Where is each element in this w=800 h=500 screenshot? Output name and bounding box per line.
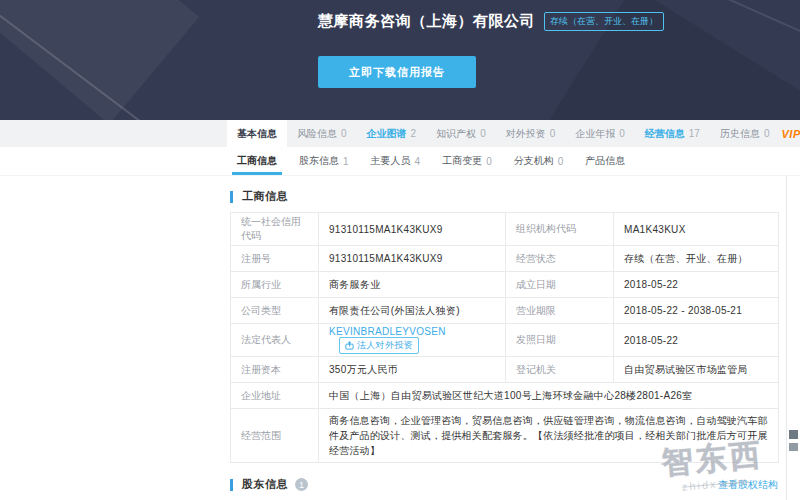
shareholder-count-badge: 1 <box>295 478 308 491</box>
sub-tab-label: 工商信息 <box>237 154 277 168</box>
field-label: 经营状态 <box>506 246 614 272</box>
table-row: 统一社会信用代码91310115MA1K43KUX9组织机构代码MA1K43KU… <box>231 213 779 246</box>
main-tab-1[interactable]: 风险信息0 <box>287 120 357 147</box>
sub-tab-count: 0 <box>558 156 564 167</box>
sub-tab-4[interactable]: 分支机构0 <box>503 147 575 175</box>
field-value: 2018-05-22 <box>614 324 779 357</box>
field-value: 商务信息咨询，企业管理咨询，贸易信息咨询，供应链管理咨询，物流信息咨询，自动驾驶… <box>319 409 779 463</box>
right-panel-divider <box>786 176 787 500</box>
outbound-investment-badge-label: 法人对外投资 <box>357 339 413 352</box>
main-tab-bar: 基本信息风险信息0企业图谱2知识产权0对外投资0企业年报0经营信息17历史信息0… <box>0 120 800 147</box>
field-value: MA1K43KUX <box>614 213 779 246</box>
main-tab-count: 0 <box>341 128 347 139</box>
field-label: 法定代表人 <box>231 324 319 357</box>
field-value: 自由贸易试验区市场监管局 <box>614 357 779 383</box>
main-tab-label: 企业图谱 <box>367 127 407 141</box>
sub-tab-label: 分支机构 <box>514 154 554 168</box>
field-value: 2018-05-22 <box>614 272 779 298</box>
main-tab-2[interactable]: 企业图谱2 <box>357 120 427 147</box>
table-row: 企业地址中国（上海）自由贸易试验区世纪大道100号上海环球金融中心28楼2801… <box>231 383 779 409</box>
sub-tab-count: 4 <box>415 156 421 167</box>
sub-tab-5[interactable]: 产品信息 <box>574 147 636 175</box>
field-label: 经营范围 <box>231 409 319 463</box>
field-value: 91310115MA1K43KUX9 <box>319 246 506 272</box>
business-info-title: 工商信息 <box>242 189 288 204</box>
main-tab-count: 17 <box>689 128 700 139</box>
main-tab-count: 0 <box>619 128 625 139</box>
main-tab-label: 对外投资 <box>506 127 546 141</box>
field-label: 登记机关 <box>506 357 614 383</box>
main-tab-3[interactable]: 知识产权0 <box>426 120 496 147</box>
sub-tab-2[interactable]: 主要人员4 <box>360 147 432 175</box>
sub-tab-label: 主要人员 <box>371 154 411 168</box>
field-value: 350万元人民币 <box>319 357 506 383</box>
sub-tab-bar: 工商信息股东信息1主要人员4工商变更0分支机构0产品信息 <box>0 147 800 176</box>
table-row: 所属行业商务服务业成立日期2018-05-22 <box>231 272 779 298</box>
outbound-investment-badge[interactable]: 法人对外投资 <box>339 337 419 354</box>
field-value: 中国（上海）自由贸易试验区世纪大道100号上海环球金融中心28楼2801-A26… <box>319 383 779 409</box>
clipped-side-panel-fragment <box>789 443 798 451</box>
main-tab-label: 风险信息 <box>297 127 337 141</box>
main-tab-6[interactable]: 经营信息17 <box>635 120 710 147</box>
field-value: 商务服务业 <box>319 272 506 298</box>
field-value: KEVINBRADLEYVOSEN法人对外投资 <box>319 324 506 357</box>
main-tab-label: 基本信息 <box>237 127 277 141</box>
field-label: 企业地址 <box>231 383 319 409</box>
field-label: 组织机构代码 <box>506 213 614 246</box>
field-value: 有限责任公司(外国法人独资) <box>319 298 506 324</box>
field-label: 所属行业 <box>231 272 319 298</box>
section-accent-bar <box>230 479 233 491</box>
field-label: 注册号 <box>231 246 319 272</box>
business-info-section-head: 工商信息 <box>230 189 778 204</box>
table-row: 经营范围商务信息咨询，企业管理咨询，贸易信息咨询，供应链管理咨询，物流信息咨询，… <box>231 409 779 463</box>
section-accent-bar <box>230 191 233 203</box>
main-tab-label: 知识产权 <box>436 127 476 141</box>
main-tab-5[interactable]: 企业年报0 <box>565 120 635 147</box>
main-tab-7[interactable]: 历史信息0 <box>710 120 780 147</box>
main-tab-label: 经营信息 <box>645 127 685 141</box>
field-label: 营业期限 <box>506 298 614 324</box>
table-row: 法定代表人KEVINBRADLEYVOSEN法人对外投资发照日期2018-05-… <box>231 324 779 357</box>
field-value: 91310115MA1K43KUX9 <box>319 213 506 246</box>
table-row: 注册号91310115MA1K43KUX9经营状态存续（在营、开业、在册） <box>231 246 779 272</box>
legal-representative-link[interactable]: KEVINBRADLEYVOSEN <box>329 326 446 337</box>
hero-decor-polygon <box>0 0 199 120</box>
clipped-side-panel-fragment <box>789 430 798 439</box>
company-hero-header: 慧摩商务咨询（上海）有限公司 存续（在营、开业、在册） 立即下载信用报告 <box>0 0 800 120</box>
main-tab-count: 0 <box>764 128 770 139</box>
table-row: 公司类型有限责任公司(外国法人独资)营业期限2018-05-22 - 2038-… <box>231 298 779 324</box>
vip-badge[interactable]: VIP <box>780 120 800 147</box>
main-content: 工商信息 统一社会信用代码91310115MA1K43KUX9组织机构代码MA1… <box>230 176 778 500</box>
sub-tab-count: 0 <box>486 156 492 167</box>
download-credit-report-button[interactable]: 立即下载信用报告 <box>318 56 476 88</box>
sub-tab-3[interactable]: 工商变更0 <box>431 147 503 175</box>
main-tab-count: 0 <box>550 128 556 139</box>
outbound-investment-icon <box>345 341 354 350</box>
business-info-table: 统一社会信用代码91310115MA1K43KUX9组织机构代码MA1K43KU… <box>230 212 779 463</box>
main-tab-label: 企业年报 <box>575 127 615 141</box>
sub-tab-1[interactable]: 股东信息1 <box>288 147 360 175</box>
sub-tab-label: 工商变更 <box>442 154 482 168</box>
main-tab-0[interactable]: 基本信息 <box>227 120 287 147</box>
field-label: 统一社会信用代码 <box>231 213 319 246</box>
shareholder-info-title: 股东信息 <box>242 477 288 492</box>
page: 慧摩商务咨询（上海）有限公司 存续（在营、开业、在册） 立即下载信用报告 基本信… <box>0 0 800 500</box>
company-name: 慧摩商务咨询（上海）有限公司 <box>318 12 535 31</box>
shareholder-section-head: 股东信息 1 查看股权结构 <box>230 477 778 492</box>
view-equity-structure-link[interactable]: 查看股权结构 <box>718 478 778 492</box>
sub-tab-label: 股东信息 <box>299 154 339 168</box>
main-tab-4[interactable]: 对外投资0 <box>496 120 566 147</box>
table-row: 注册资本350万元人民币登记机关自由贸易试验区市场监管局 <box>231 357 779 383</box>
main-tab-count: 2 <box>411 128 417 139</box>
field-value: 2018-05-22 - 2038-05-21 <box>614 298 779 324</box>
sub-tab-label: 产品信息 <box>585 154 625 168</box>
main-tab-label: 历史信息 <box>720 127 760 141</box>
sub-tab-0[interactable]: 工商信息 <box>226 147 288 175</box>
field-value: 存续（在营、开业、在册） <box>614 246 779 272</box>
company-status-badge: 存续（在营、开业、在册） <box>544 12 664 31</box>
field-label: 成立日期 <box>506 272 614 298</box>
main-tab-count: 0 <box>480 128 486 139</box>
field-label: 发照日期 <box>506 324 614 357</box>
field-label: 注册资本 <box>231 357 319 383</box>
field-label: 公司类型 <box>231 298 319 324</box>
